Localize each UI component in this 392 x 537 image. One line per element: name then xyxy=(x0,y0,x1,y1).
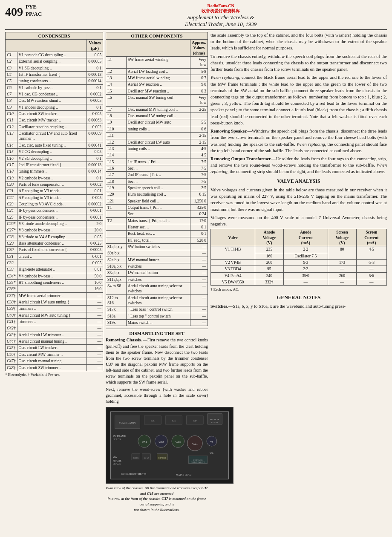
table-row: S3a,b,xLW manual button— xyxy=(106,270,208,276)
table-row: C19V2 cathode by-pass ..0·1 xyxy=(6,175,103,181)
table-row: Rect. heat. sec. ..0·1 xyxy=(106,231,208,237)
table-row: C25IF by-pass condensers ..0·0001 xyxy=(6,214,103,220)
when-replacing-text: When replacing, xyxy=(210,75,240,80)
table-row: C28V3 triode to V4 AF coupling0·05 xyxy=(6,234,103,240)
svg-text:ADJUSTMENT: ADJUSTMENT xyxy=(191,461,205,463)
table-row: T2Mains trans. { Pri., total ..17·0 xyxy=(106,217,208,224)
when-replacing-speaker: When replacing, xyxy=(297,142,326,147)
svg-text:VA2: VA2 xyxy=(159,440,164,443)
svg-text:C45: C45 xyxy=(151,420,155,422)
general-notes-text: Switches.—S1a, b, x, y to S16a, x are th… xyxy=(210,303,387,309)
svg-text:C37 C38: C37 C38 xyxy=(158,457,166,459)
when-replacing-output: When replacing, xyxy=(210,163,387,174)
main-content: CONDENSERS Values(μF) C1V1 pentode CG de… xyxy=(5,32,387,512)
table-row: C35*HT smoothing condensers ..16·0 xyxy=(6,280,103,286)
table-row: C40†Aerial circuit MW auto tuning {— xyxy=(6,312,103,318)
table-row: C27*V3 cathode by-pass ..20·0 xyxy=(6,227,103,234)
table-row: L8Osc. manual LW tuning coil .. xyxy=(106,113,208,119)
removing-output-para: Removing Output Transformer.—Unsolder th… xyxy=(210,156,387,175)
table-row: C37†MW frame aerial trimmer ..— xyxy=(6,292,103,299)
condensers-table: Values(μF) C1V1 pentode CG decoupling ..… xyxy=(5,39,103,371)
table-row: V4 PenA4 240 35·0 260 5·6 xyxy=(211,272,387,279)
table-row: C43†Aerial circuit LW trimmer ..— xyxy=(6,332,103,338)
table-row: S12 to S16Aerial circuit auto tuning sel… xyxy=(106,294,208,306)
table-row: C32..0·005 xyxy=(6,260,103,266)
table-row: L3MW frame aerial winding0·7 xyxy=(106,75,208,81)
svg-text:C46: C46 xyxy=(172,420,176,422)
valve-footnote: † Each anode, AC. xyxy=(210,287,387,292)
table-row: S2a,b,xMW manual button— xyxy=(106,257,208,263)
other-components-title: OTHER COMPONENTS xyxy=(106,32,208,39)
table-row: C14Osc. circ. auto fixed tuning ..0·0004… xyxy=(6,142,103,148)
dismantling-section: DISMANTLING THE SET Removing Chassis. —F… xyxy=(106,329,208,404)
table-row: L2Aerial LW loading coil ..5·8 xyxy=(106,68,208,75)
condensers-footnote: * Electrolytic. † Variable. ‡ Pre-set. xyxy=(5,372,103,377)
chassis-image-area: SCALE LAMPS C45 C46 C47 SPEAKER LEADS SW… xyxy=(106,407,208,512)
table-row: L1SW frame aerial windingVery low xyxy=(106,57,208,69)
image-caption: Plan view of the chassis. All the trimme… xyxy=(106,485,208,512)
table-row: C41†trimmers ..— xyxy=(6,319,103,325)
table-row: C5tuning condensers ..0·00014 xyxy=(6,78,103,84)
table-row: S4 to S8Aerial circuit auto tuning selec… xyxy=(106,283,208,295)
right-para-3: When replacing, connect the black frame … xyxy=(210,74,387,126)
other-values-header: Approx.Values(ohms) xyxy=(190,40,208,57)
removing-chassis-para2: Next, remove the wood-screw (with washer… xyxy=(106,387,208,404)
svg-text:VA4: VA4 xyxy=(192,442,198,445)
table-row: C44†Aerial circuit manual tuning ..— xyxy=(6,338,103,345)
table-row: C36*16·0 xyxy=(6,286,103,292)
table-row: C42†— xyxy=(6,325,103,332)
table-row: L9Oscillator circuit MW auto5·5 xyxy=(106,119,208,126)
svg-text:LEADS: LEADS xyxy=(113,463,121,465)
table-row: L16Sec. ..7·5 xyxy=(106,165,208,171)
table-row: C2External aerial coupling ..0·00005 xyxy=(6,58,103,65)
removing-chassis-para: Removing Chassis. —First remove the two … xyxy=(106,337,208,385)
model-name: PYE PP/AC xyxy=(26,3,42,18)
valve-col-anode-ma: AnodeCurrent(mA) xyxy=(283,229,328,246)
header: 409 PYE PP/AC RadioFans.CN收音机爱好者资料库 Supp… xyxy=(5,3,387,30)
model-text: PYE PP/AC xyxy=(26,3,42,18)
general-notes-section: GENERAL NOTES Switches.—S1a, b, x, y to … xyxy=(210,294,387,309)
table-row: L112·15 xyxy=(106,133,208,139)
table-row: V2 VP4B 260 9·3 173 ·3·3 xyxy=(211,260,387,266)
table-row: C12Oscillator reaction coupling ..0·002 xyxy=(6,124,103,130)
table-row: S19xMains switch ..— xyxy=(106,320,208,326)
valve-analysis-title: VALVE ANALYSIS xyxy=(210,178,387,185)
table-row: Sec. ..0·24 xyxy=(106,211,208,217)
table-row: C172nd IF transformer fixed {0·00013 xyxy=(6,162,103,168)
table-row: C46†Osc. circuit MW trimmer ..— xyxy=(6,351,103,358)
table-row: C1V1 pentode CG decoupling ..0·05 xyxy=(6,52,103,58)
table-row: V5 DW4/350 332† — — — xyxy=(211,279,387,286)
svg-text:SW FRAME: SW FRAME xyxy=(113,435,126,437)
table-row: L4Aerial SW reaction ..9·0 xyxy=(106,81,208,88)
table-row: V3 TDD4 95 2·2 — — xyxy=(211,266,387,272)
table-row: C9V1 anodes decoupling ..0·1 xyxy=(6,104,103,110)
right-para-2: To remove the chassis entirely, withdraw… xyxy=(210,53,387,73)
svg-text:MW: MW xyxy=(113,456,118,459)
table-row: S10a,b,xswitches— xyxy=(106,263,208,270)
condensers-values-header: Values(μF) xyxy=(87,40,103,52)
right-para-1: the scale assembly to the top of the cab… xyxy=(210,32,387,52)
svg-text:SCALE LAMPS: SCALE LAMPS xyxy=(119,422,136,424)
table-row: L5Oscillator MW reaction ..0·3 xyxy=(106,88,208,94)
table-row: C41st IF transformer fixed {0·00013 xyxy=(6,72,103,78)
table-row: C13Oscillator circuit LW and auto fixed … xyxy=(6,130,103,142)
table-row: L172nd IF trans. { Pri. ..7·5 xyxy=(106,172,208,178)
page-number: 409 xyxy=(5,6,23,18)
right-column: the scale assembly to the top of the cab… xyxy=(210,32,387,512)
condensers-title: CONDENSERS xyxy=(5,32,103,39)
table-row: C48‡Osc. circuit SW trimmer ..— xyxy=(6,364,103,371)
table-row: C33High-note attenuator ..0·01 xyxy=(6,266,103,273)
page: 409 PYE PP/AC RadioFans.CN收音机爱好者资料库 Supp… xyxy=(0,0,392,537)
valve-analysis-text1: Valve voltages and currents given in the… xyxy=(210,187,387,213)
table-row: C11Osc. circuit MW tracker ..0·00063 xyxy=(6,117,103,124)
valve-col-anode-v: AnodeVoltage(V) xyxy=(255,229,283,246)
table-row: T1Output trans. { Pri. ..425·0 xyxy=(106,204,208,211)
dismantling-title: DISMANTLING THE SET xyxy=(106,331,208,336)
svg-text:C4 C5: C4 C5 xyxy=(133,457,139,459)
table-row: C16V2 SG decoupling ..0·1 xyxy=(6,155,103,162)
svg-text:V5: V5 xyxy=(210,441,213,443)
removing-output-heading: Removing Output Transformer. xyxy=(210,156,271,161)
table-row: C8Osc. MW reaction shunt ..0·0005 xyxy=(6,98,103,104)
table-row: C21AF coupling to V3 triode ..0·01 xyxy=(6,188,103,194)
header-center: RadioFans.CN收音机爱好者资料库 Supplement to The … xyxy=(55,3,387,28)
